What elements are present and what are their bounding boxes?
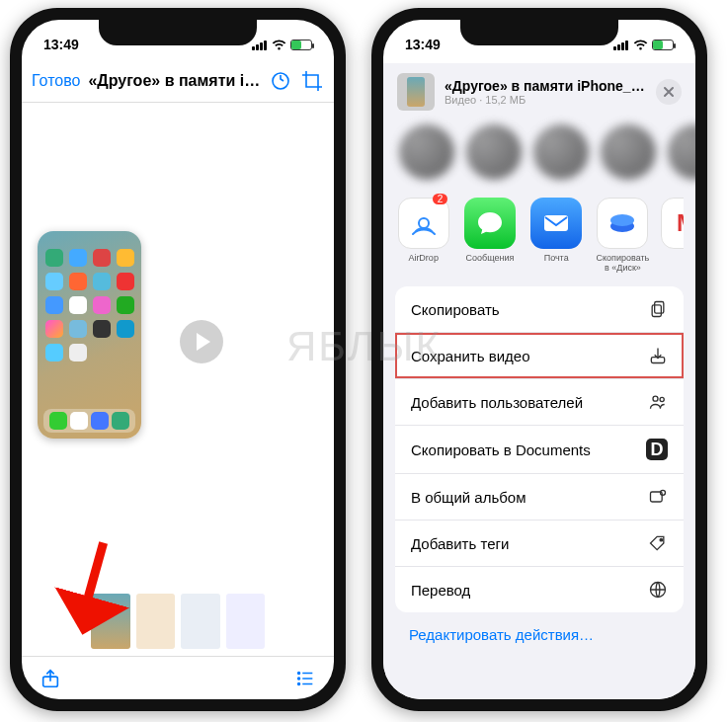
video-thumbnail[interactable] <box>38 231 141 439</box>
app-gmail[interactable]: M <box>661 198 684 273</box>
action-label: Сохранить видео <box>411 348 530 364</box>
mail-icon <box>540 207 572 239</box>
svg-point-17 <box>610 214 634 226</box>
action-label: В общий альбом <box>411 489 526 506</box>
screen-left: 13:49 Готово «Другое» в памяти iPh... <box>22 20 334 699</box>
airdrop-badge: 2 <box>433 194 448 204</box>
svg-rect-18 <box>655 302 664 314</box>
svg-line-9 <box>58 543 129 614</box>
status-icons <box>613 40 674 50</box>
bottom-toolbar <box>22 656 334 699</box>
done-button[interactable]: Готово <box>32 72 80 90</box>
file-thumbnail <box>397 73 435 111</box>
action-add-people[interactable]: Добавить пользователей <box>395 379 684 426</box>
copy-icon <box>648 299 668 319</box>
thumb[interactable] <box>181 594 220 649</box>
crop-icon[interactable] <box>300 69 324 93</box>
svg-point-6 <box>298 672 300 674</box>
svg-rect-15 <box>544 215 568 231</box>
app-label: Сообщения <box>461 253 518 263</box>
action-shared-album[interactable]: В общий альбом <box>395 474 684 521</box>
share-actions: Скопировать Сохранить видео Добавить пол… <box>395 286 684 612</box>
globe-icon <box>648 580 668 600</box>
svg-rect-10 <box>613 46 616 50</box>
app-messages[interactable]: Сообщения <box>461 198 518 273</box>
close-button[interactable] <box>656 79 682 105</box>
share-subtitle: Видео · 15,2 МБ <box>445 94 646 106</box>
battery-icon <box>652 40 674 50</box>
action-label: Скопировать в Documents <box>411 441 591 458</box>
svg-rect-0 <box>252 46 255 50</box>
thumb[interactable] <box>136 594 176 649</box>
svg-rect-2 <box>260 42 263 50</box>
notch <box>460 20 618 45</box>
tag-icon <box>648 533 668 553</box>
svg-rect-12 <box>621 42 624 50</box>
messages-icon <box>475 208 505 238</box>
airdrop-icon <box>407 206 441 240</box>
action-label: Скопировать <box>411 301 500 318</box>
app-label: Почта <box>528 253 585 263</box>
share-title: «Другое» в памяти iPhone_ откуда б... <box>445 78 646 94</box>
action-translate[interactable]: Перевод <box>395 567 684 612</box>
svg-rect-19 <box>652 305 661 317</box>
app-mail[interactable]: Почта <box>528 198 585 273</box>
svg-rect-11 <box>617 44 620 50</box>
svg-rect-3 <box>264 40 267 50</box>
documents-icon: D <box>646 439 668 460</box>
apps-row: 2 AirDrop Сообщения Почта <box>383 190 695 286</box>
people-icon <box>648 392 668 412</box>
action-copy-documents[interactable]: Скопировать в Documents D <box>395 426 684 474</box>
status-time: 13:49 <box>43 37 79 52</box>
app-label: Скопировать в «Диск» <box>595 253 651 273</box>
signal-icon <box>252 40 268 50</box>
play-button[interactable] <box>180 320 223 363</box>
phone-left: 13:49 Готово «Другое» в памяти iPh... <box>10 8 346 711</box>
preview-area <box>22 103 334 587</box>
app-airdrop[interactable]: 2 AirDrop <box>395 198 451 273</box>
action-copy[interactable]: Скопировать <box>395 286 684 333</box>
signal-icon <box>613 40 629 50</box>
svg-rect-13 <box>625 40 628 50</box>
notch <box>99 20 257 45</box>
markup-icon[interactable] <box>269 69 292 93</box>
edit-actions-link[interactable]: Редактировать действия… <box>383 612 695 657</box>
page-title: «Другое» в памяти iPh... <box>88 72 261 90</box>
status-time: 13:49 <box>405 37 441 52</box>
app-yadisk[interactable]: Скопировать в «Диск» <box>595 198 651 273</box>
action-label: Перевод <box>411 582 470 599</box>
save-icon <box>648 346 668 365</box>
thumb[interactable] <box>226 594 266 649</box>
svg-point-21 <box>653 396 658 401</box>
action-label: Добавить пользователей <box>411 394 583 411</box>
share-sheet: «Другое» в памяти iPhone_ откуда б... Ви… <box>383 63 695 699</box>
contacts-row[interactable] <box>383 120 695 190</box>
action-add-tags[interactable]: Добавить теги <box>395 521 684 567</box>
action-save-video[interactable]: Сохранить видео <box>395 333 684 379</box>
yadisk-icon <box>606 206 639 240</box>
close-icon <box>663 86 675 98</box>
svg-point-7 <box>298 678 300 680</box>
svg-point-22 <box>660 397 664 401</box>
navbar: Готово «Другое» в памяти iPh... <box>22 59 334 103</box>
list-icon[interactable] <box>294 668 316 689</box>
action-label: Добавить теги <box>411 535 509 552</box>
wifi-icon <box>633 40 648 50</box>
app-label: AirDrop <box>395 253 451 263</box>
svg-point-14 <box>419 218 429 228</box>
phone-right: 13:49 «Другое» в памяти iPhone_ откуда б… <box>371 8 707 711</box>
album-icon <box>648 487 668 507</box>
screen-right: 13:49 «Другое» в памяти iPhone_ откуда б… <box>383 20 695 699</box>
svg-rect-1 <box>256 44 259 50</box>
svg-point-8 <box>298 682 300 684</box>
gmail-icon: M <box>677 209 684 237</box>
status-icons <box>252 40 312 50</box>
svg-point-25 <box>660 538 663 541</box>
share-sheet-header: «Другое» в памяти iPhone_ откуда б... Ви… <box>383 63 695 120</box>
battery-icon <box>290 40 312 50</box>
share-icon[interactable] <box>40 668 61 689</box>
wifi-icon <box>272 40 286 50</box>
